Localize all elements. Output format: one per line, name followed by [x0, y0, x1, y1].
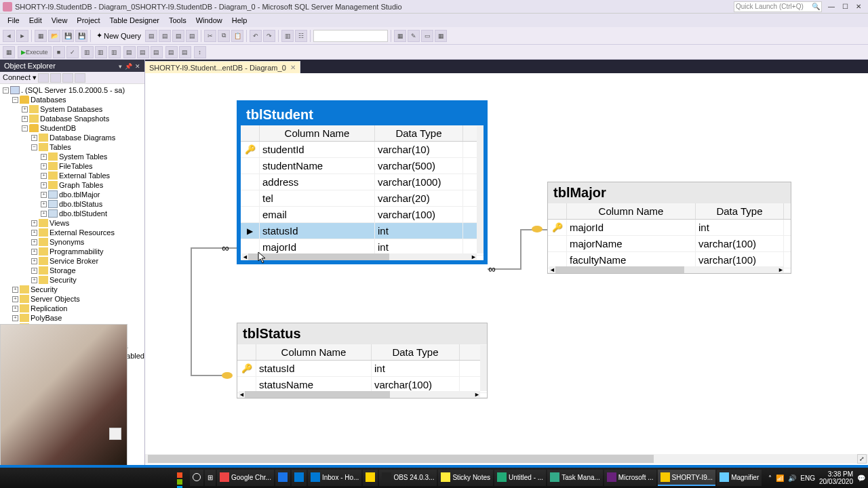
taskbar-item[interactable] — [292, 470, 307, 486]
menu-project[interactable]: Project — [72, 16, 104, 24]
hscroll[interactable]: ◄► — [242, 253, 477, 260]
menu-help[interactable]: Help — [227, 16, 252, 24]
taskbar-item[interactable]: OBS 24.0.3... — [379, 470, 437, 486]
menu-file[interactable]: File — [3, 16, 24, 24]
close-icon[interactable]: ✕ — [135, 63, 140, 70]
taskbar-item[interactable]: Task Mana... — [547, 470, 603, 486]
tb-icon[interactable]: ↕ — [194, 46, 206, 58]
table-row[interactable]: 🔑statusIdint — [237, 361, 487, 377]
tb-icon[interactable]: ▤ — [151, 46, 163, 58]
menu-tools[interactable]: Tools — [164, 16, 191, 24]
zoom-icon[interactable]: ⤢ — [857, 454, 867, 464]
filter-icon[interactable] — [62, 73, 73, 83]
vscroll[interactable] — [480, 345, 487, 391]
refresh-icon[interactable] — [75, 73, 85, 83]
cut-icon[interactable]: ✂ — [204, 30, 216, 42]
taskbar-item[interactable]: Sticky Notes — [438, 470, 493, 486]
table-title[interactable]: tblMajor — [548, 182, 791, 203]
cortana-icon[interactable] — [190, 470, 203, 486]
tb-icon[interactable]: ▥ — [81, 46, 94, 58]
hscroll[interactable]: ◄► — [549, 266, 784, 273]
pin-icon[interactable]: ▾ — [119, 63, 122, 70]
taskbar-item[interactable]: SHORTY-I9... — [658, 470, 716, 486]
taskbar-item[interactable]: Inbox - Ho... — [308, 470, 361, 486]
pin-icon[interactable]: 📌 — [125, 63, 132, 70]
parse-icon[interactable]: ✓ — [66, 46, 79, 58]
connect-button[interactable]: Connect ▾ — [3, 73, 37, 82]
db-combo[interactable] — [313, 30, 388, 42]
open-icon[interactable]: 📂 — [48, 30, 60, 42]
tb-icon[interactable]: ▤ — [172, 30, 184, 42]
tb-icon[interactable]: ▤ — [145, 30, 157, 42]
tb-icon[interactable]: ▥ — [281, 30, 294, 42]
stop-icon[interactable]: ■ — [53, 46, 65, 58]
tb-icon[interactable]: ▥ — [108, 46, 121, 58]
notifications-icon[interactable]: 💬 — [857, 474, 865, 482]
minimize-button[interactable]: — — [825, 2, 838, 12]
maximize-button[interactable]: ☐ — [838, 2, 852, 12]
tray-chevron-icon[interactable]: ˄ — [768, 474, 772, 482]
tb-icon[interactable]: ☷ — [295, 30, 307, 42]
menu-view[interactable]: View — [47, 16, 73, 24]
taskbar[interactable]: ⊞ Google Chr...Inbox - Ho...OBS 24.0.3..… — [0, 468, 868, 488]
tb-icon[interactable]: ▭ — [421, 30, 433, 42]
menu-window[interactable]: Window — [191, 16, 227, 24]
table-row[interactable]: telvarchar(20) — [241, 190, 484, 207]
table-row[interactable]: 🔑majorIdint — [548, 220, 791, 236]
table-row[interactable]: majorNamevarchar(100) — [548, 236, 791, 252]
taskbar-item[interactable] — [275, 470, 290, 486]
tb-icon[interactable]: ▤ — [179, 46, 191, 58]
table-row[interactable]: ▶statusIdint — [241, 223, 484, 239]
taskbar-item[interactable]: Magnifier — [717, 470, 762, 486]
system-tray[interactable]: ˄ 📶 🔊 ENG 3:38 PM20/03/2020 💬 — [768, 470, 865, 485]
vscroll[interactable] — [477, 126, 484, 253]
taskbar-item[interactable]: Google Chr... — [217, 470, 274, 486]
save-all-icon[interactable]: 💾 — [75, 30, 87, 42]
clock[interactable]: 3:38 PM20/03/2020 — [819, 470, 853, 485]
new-project-icon[interactable]: ▦ — [35, 30, 47, 42]
tb-icon[interactable] — [50, 73, 61, 83]
diagram-canvas[interactable]: ∞ ∞ tblStudent Column NameData Type 🔑stu… — [145, 73, 868, 466]
tb-icon[interactable]: ▥ — [95, 46, 107, 58]
tb-icon[interactable]: ▦ — [435, 30, 447, 42]
tb-icon[interactable]: ▤ — [137, 46, 149, 58]
wifi-icon[interactable]: 📶 — [776, 474, 784, 482]
canvas-hscroll[interactable] — [145, 454, 868, 464]
taskbar-item[interactable] — [363, 470, 378, 486]
tb-icon[interactable]: ▦ — [3, 46, 15, 58]
table-title[interactable]: tblStatus — [237, 323, 487, 344]
table-row[interactable]: studentNamevarchar(500) — [241, 158, 484, 174]
table-tblstudent[interactable]: tblStudent Column NameData Type 🔑student… — [237, 100, 488, 264]
hscroll[interactable]: ◄► — [239, 391, 480, 398]
paste-icon[interactable]: 📋 — [231, 30, 243, 42]
menu-table-designer[interactable]: Table Designer — [105, 16, 164, 24]
nav-back-icon[interactable]: ◄ — [3, 30, 15, 42]
diagram-tab[interactable]: SHORTY-I9.Student...entDB - Diagram_0✕ — [145, 61, 300, 73]
table-row[interactable]: emailvarchar(100) — [241, 207, 484, 223]
new-query-button[interactable]: ✦New Query — [94, 29, 144, 43]
tb-icon[interactable]: ▤ — [159, 30, 171, 42]
volume-icon[interactable]: 🔊 — [788, 474, 796, 482]
table-row[interactable]: addressvarchar(1000) — [241, 174, 484, 190]
start-button[interactable] — [176, 472, 189, 484]
save-icon[interactable]: 💾 — [62, 30, 74, 42]
menu-bar[interactable]: File Edit View Project Table Designer To… — [0, 14, 868, 27]
execute-button[interactable]: ▶ Execute — [18, 46, 52, 58]
tb-icon[interactable]: ▤ — [165, 46, 178, 58]
copy-icon[interactable]: ⧉ — [218, 30, 230, 42]
close-icon[interactable]: ✕ — [290, 64, 296, 71]
undo-icon[interactable]: ↶ — [250, 30, 262, 42]
tb-icon[interactable]: ▦ — [394, 30, 406, 42]
tb-icon[interactable]: ✎ — [408, 30, 420, 42]
close-button[interactable]: ✕ — [852, 2, 865, 12]
tb-icon[interactable]: ▤ — [123, 46, 136, 58]
lang-indicator[interactable]: ENG — [800, 474, 815, 482]
taskview-icon[interactable]: ⊞ — [205, 470, 216, 486]
table-row[interactable]: 🔑studentIdvarchar(10) — [241, 142, 484, 158]
redo-icon[interactable]: ↷ — [263, 30, 275, 42]
quick-launch[interactable]: Quick Launch (Ctrl+Q)🔍 — [734, 1, 822, 12]
menu-edit[interactable]: Edit — [24, 16, 47, 24]
table-title[interactable]: tblStudent — [241, 104, 484, 125]
table-tblmajor[interactable]: tblMajor Column NameData Type 🔑majorIdin… — [547, 182, 791, 274]
table-tblstatus[interactable]: tblStatus Column NameData Type 🔑statusId… — [237, 323, 488, 399]
